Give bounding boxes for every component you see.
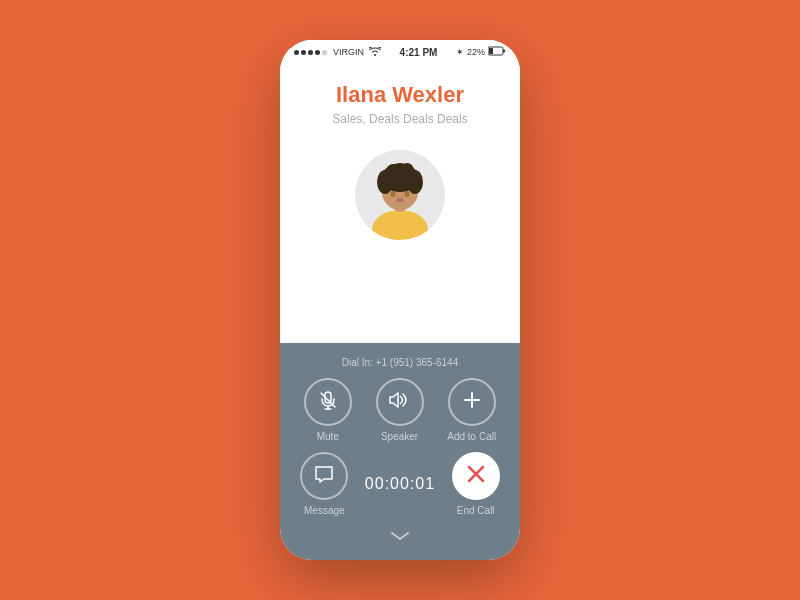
svg-point-13 (391, 163, 409, 177)
end-call-button[interactable]: End Call (452, 452, 500, 516)
message-icon (314, 465, 334, 487)
mute-label: Mute (317, 431, 339, 442)
signal-dot-3 (308, 50, 313, 55)
add-circle (448, 378, 496, 426)
message-label: Message (304, 505, 345, 516)
status-right: ✶ 22% (456, 46, 506, 58)
message-circle (300, 452, 348, 500)
avatar (355, 150, 445, 240)
phone-frame: VIRGIN 4:21 PM ✶ 22% Ilana We (280, 40, 520, 560)
signal-dot-2 (301, 50, 306, 55)
svg-rect-3 (503, 50, 505, 53)
speaker-button[interactable]: Speaker (376, 378, 424, 442)
message-button[interactable]: Message (300, 452, 348, 516)
add-icon (463, 391, 481, 413)
add-call-button[interactable]: Add to Call (447, 378, 496, 442)
signal-dot-4 (315, 50, 320, 55)
svg-point-0 (374, 54, 376, 56)
lower-section: Dial In: +1 (951) 365-6144 (280, 343, 520, 560)
svg-point-15 (405, 191, 410, 197)
controls-row-top: Mute Speaker (296, 378, 504, 442)
carrier-text: VIRGIN (333, 47, 364, 57)
status-left: VIRGIN (294, 47, 381, 58)
mute-icon (318, 390, 338, 414)
end-call-icon (465, 463, 487, 490)
svg-point-16 (396, 198, 404, 202)
bluetooth-icon: ✶ (456, 47, 464, 57)
call-timer: 00:00:01 (365, 475, 435, 493)
status-time: 4:21 PM (400, 47, 438, 58)
signal-dot-1 (294, 50, 299, 55)
svg-rect-2 (489, 48, 493, 54)
mute-circle (304, 378, 352, 426)
end-call-circle (452, 452, 500, 500)
wifi-icon (369, 47, 381, 58)
timer-display: 00:00:01 (365, 475, 435, 493)
battery-icon (488, 46, 506, 58)
status-bar: VIRGIN 4:21 PM ✶ 22% (280, 40, 520, 62)
add-label: Add to Call (447, 431, 496, 442)
mute-button[interactable]: Mute (304, 378, 352, 442)
contact-title: Sales, Deals Deals Deals (332, 112, 467, 126)
speaker-label: Speaker (381, 431, 418, 442)
battery-percent: 22% (467, 47, 485, 57)
svg-line-19 (321, 393, 335, 407)
upper-section: Ilana Wexler Sales, Deals Deals Deals (280, 62, 520, 343)
end-call-label: End Call (457, 505, 495, 516)
signal-dots (294, 50, 327, 55)
avatar-image (355, 150, 445, 240)
chevron-down-icon[interactable] (390, 528, 410, 544)
speaker-icon (389, 390, 411, 414)
svg-point-14 (391, 191, 396, 197)
signal-dot-5 (322, 50, 327, 55)
dial-in: Dial In: +1 (951) 365-6144 (342, 357, 458, 368)
controls-row-bottom: Message 00:00:01 End Call (296, 452, 504, 516)
contact-name: Ilana Wexler (336, 82, 464, 108)
speaker-circle (376, 378, 424, 426)
